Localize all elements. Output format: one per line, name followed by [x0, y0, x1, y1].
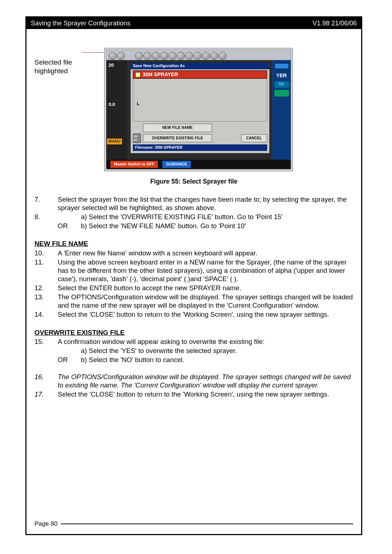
toolbar-icon[interactable] — [143, 52, 151, 60]
step-text: The OPTIONS/Configuration window will be… — [58, 373, 353, 389]
save-config-dialog: Save New Configuration As 30M SPRAYER L — [130, 62, 270, 153]
callout-line-2: highlighted — [34, 67, 99, 75]
toolbar-icon[interactable] — [135, 52, 143, 60]
page-number: Page 80 — [34, 520, 57, 528]
step-number: 15. — [34, 337, 58, 346]
gauge-value-top: 20 — [109, 62, 114, 68]
toolbar-icon[interactable] — [177, 52, 185, 60]
gauge-value-bot: 0.0 — [109, 102, 115, 107]
app-toolbar — [106, 50, 291, 60]
overwrite-file-button[interactable]: OVERWRITE EXISTING FILE — [143, 134, 212, 143]
selected-file-row[interactable]: 30M SPRAYER — [133, 70, 267, 79]
step-or-label: OR — [58, 222, 81, 230]
step-text: Select the sprayer from the list that th… — [58, 195, 353, 212]
toolbar-icon[interactable] — [109, 52, 117, 60]
toolbar-icon[interactable] — [152, 52, 160, 60]
manu-tag: MANU — [107, 139, 122, 144]
app-body: 20 0.0 MANU Save New Configuration As — [106, 60, 291, 160]
document-page: Saving the Sprayer Configurations V1.98 … — [25, 16, 362, 535]
step-text: Select the 'CLOSE' button to return to t… — [58, 390, 353, 398]
app-footer: Master Switch is OFF GUIDANCE — [106, 160, 291, 169]
guidance-button[interactable]: GUIDANCE — [162, 160, 191, 168]
toolbar-icon[interactable] — [117, 52, 125, 60]
step-number: 10. — [34, 249, 58, 257]
step-text: Select the ENTER button to accept the ne… — [58, 284, 353, 292]
footer-right-button[interactable] — [280, 163, 287, 165]
toolbar-icon[interactable] — [193, 52, 201, 60]
embedded-screenshot: 20 0.0 MANU Save New Configuration As — [104, 48, 293, 171]
step-text: Select the 'CLOSE' button to return to t… — [58, 310, 353, 319]
step-item-or: OR b) Select the 'NEW FILE NAME' button.… — [34, 222, 353, 230]
step-text: b) Select the 'NEW FILE NAME' button. Go… — [81, 222, 353, 230]
step-text: A 'Enter new file Name' window with a sc… — [58, 249, 353, 257]
step-number: 16. — [34, 373, 58, 389]
right-strip-icon[interactable] — [274, 63, 289, 69]
selected-file-name: 30M SPRAYER — [143, 71, 178, 78]
section-heading-overwrite: OVERWRITE EXISTING FILE — [34, 328, 353, 337]
right-ns-box[interactable]: NS — [274, 81, 289, 88]
step-text: The OPTIONS/Configuration window will be… — [58, 293, 353, 309]
section-heading-new-file: NEW FILE NAME — [34, 239, 353, 248]
figure-caption: Figure 55: Select Sprayer file — [34, 178, 353, 186]
right-box-icon[interactable] — [274, 90, 289, 97]
toolbar-icon[interactable] — [210, 52, 218, 60]
step-item: 8. a) Select the 'OVERWRITE EXISTING FIL… — [34, 213, 353, 221]
cancel-button[interactable]: CANCEL — [241, 134, 267, 143]
step-item: 7. Select the sprayer from the list that… — [34, 195, 353, 212]
step-number: 8. — [34, 213, 58, 221]
step-number: 12. — [34, 284, 58, 292]
step-text: a) Select the 'OVERWRITE EXISTING FILE' … — [81, 213, 283, 221]
footer-rule — [61, 524, 353, 524]
step-list-top: 7. Select the sprayer from the list that… — [34, 195, 353, 230]
toolbar-icon[interactable] — [160, 52, 168, 60]
right-text: YER — [276, 73, 287, 79]
app-window: 20 0.0 MANU Save New Configuration As — [106, 50, 291, 169]
step-text: a) Select the 'YES' to overwrite the sel… — [81, 346, 353, 355]
left-gauge-panel: 20 0.0 MANU — [106, 60, 128, 160]
page-footer: Page 80 — [34, 520, 353, 528]
toolbar-icon[interactable] — [185, 52, 193, 60]
callout-text: Selected file highlighted — [34, 48, 99, 75]
center-area: Save New Configuration As 30M SPRAYER L — [128, 60, 272, 160]
step-number: 17. — [34, 390, 58, 398]
figure-area: Selected file highlighted — [34, 48, 353, 171]
step-number: 13. — [34, 293, 58, 309]
page-header: Saving the Sprayer Configurations V1.98 … — [26, 17, 361, 29]
step-number: 14. — [34, 310, 58, 319]
toolbar-icon[interactable] — [219, 52, 226, 60]
file-list-item: L — [137, 101, 267, 107]
callout-line-1: Selected file — [34, 58, 99, 67]
step-number: 7. — [34, 195, 58, 212]
file-icon — [135, 72, 140, 77]
step-text: b) Select the 'NO' button to cancel. — [81, 356, 353, 364]
file-list[interactable]: L — [133, 79, 267, 122]
toolbar-icon[interactable] — [202, 52, 210, 60]
header-version: V1.98 21/06/06 — [313, 20, 357, 27]
new-file-name-button[interactable]: NEW FILE NAME — [143, 124, 212, 132]
keyboard-icon[interactable]: CH AZ — [133, 134, 141, 143]
toolbar-icon[interactable] — [168, 52, 176, 60]
dialog-title: Save New Configuration As — [131, 63, 269, 69]
right-panel: YER NS — [272, 60, 291, 160]
step-list-overwrite: 15.A confirmation window will appear ask… — [34, 337, 353, 399]
filename-bar: Filename: 30M SPRAYER — [133, 144, 267, 151]
step-text: A confirmation window will appear asking… — [58, 337, 353, 346]
step-or-label: OR — [58, 356, 81, 364]
step-list-new: 10.A 'Enter new file Name' window with a… — [34, 249, 353, 319]
step-text: Using the above screen keyboard enter in… — [58, 258, 353, 283]
header-title: Saving the Sprayer Configurations — [31, 20, 130, 27]
page-content: Selected file highlighted — [26, 29, 361, 404]
master-switch-status[interactable]: Master Switch is OFF — [110, 160, 158, 168]
step-number: 11. — [34, 258, 58, 283]
